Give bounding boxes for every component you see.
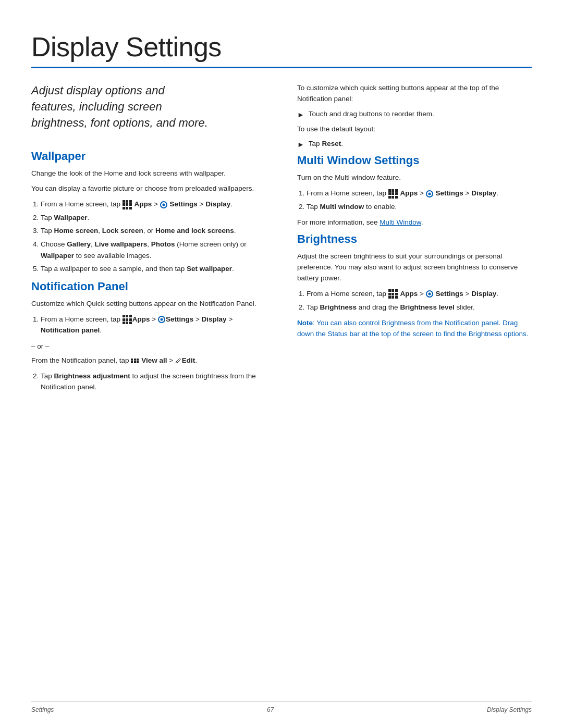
brightness-title: Brightness (297, 232, 532, 246)
settings-icon-b1 (426, 290, 433, 298)
title-rule (31, 67, 532, 68)
wallpaper-step-1: From a Home screen, tap Apps > Settings … (41, 199, 266, 210)
footer: Settings 67 Display Settings (31, 701, 532, 713)
np-arrow1-text: Touch and drag buttons to reorder them. (309, 109, 434, 120)
wallpaper-section: Wallpaper Change the look of the Home an… (31, 150, 266, 274)
right-column: To customize which quick setting buttons… (297, 83, 532, 398)
arrow-icon-2: ► (297, 139, 304, 151)
notification-panel-cont: To customize which quick setting buttons… (297, 83, 532, 151)
notification-panel-or-para: From the Notification panel, tap View al… (31, 355, 266, 366)
settings-icon-w1 (160, 201, 167, 208)
multi-window-link[interactable]: Multi Window (380, 218, 421, 226)
apps-icon-w1 (123, 200, 132, 209)
wallpaper-step-2: Tap Wallpaper. (41, 212, 266, 224)
wallpaper-step-5: Tap a wallpaper to see a sample, and the… (41, 263, 266, 275)
multi-window-step-1: From a Home screen, tap Apps > Settings … (307, 188, 532, 199)
wallpaper-steps: From a Home screen, tap Apps > Settings … (41, 199, 266, 275)
apps-icon-b1 (388, 289, 398, 299)
notification-panel-para1: Customize which Quick setting buttons ap… (31, 299, 266, 310)
multi-window-steps: From a Home screen, tap Apps > Settings … (307, 188, 532, 212)
footer-left: Settings (31, 706, 54, 713)
np-arrow1: ► Touch and drag buttons to reorder them… (297, 109, 532, 121)
or-line: – or – (31, 341, 266, 352)
np-arrow2-text: Tap Reset. (309, 139, 343, 150)
brightness-para1: Adjust the screen brightness to suit you… (297, 251, 532, 284)
footer-right: Display Settings (487, 706, 532, 713)
two-column-layout: Adjust display options and features, inc… (31, 83, 532, 398)
brightness-steps: From a Home screen, tap Apps > Settings … (307, 288, 532, 313)
brightness-step-1: From a Home screen, tap Apps > Settings … (307, 288, 532, 300)
arrow-icon-1: ► (297, 109, 304, 121)
multi-window-para1: Turn on the Multi window feature. (297, 172, 532, 183)
notification-panel-steps: From a Home screen, tap Apps > Settings … (41, 314, 266, 336)
apps-icon-mw1 (388, 189, 398, 199)
brightness-note: Note: You can also control Brightness fr… (297, 318, 532, 340)
footer-center: 67 (267, 706, 274, 713)
notification-panel-section: Notification Panel Customize which Quick… (31, 280, 266, 393)
left-column: Adjust display options and features, inc… (31, 83, 266, 398)
edit-icon (175, 357, 181, 364)
intro-text: Adjust display options and features, inc… (31, 83, 209, 131)
notification-panel-steps-2: Tap Brightness adjustment to adjust the … (41, 371, 266, 393)
np-arrow2: ► Tap Reset. (297, 139, 532, 151)
page-title: Display Settings (31, 31, 532, 63)
wallpaper-para2: You can display a favorite picture or ch… (31, 183, 266, 194)
multi-window-title: Multi Window Settings (297, 154, 532, 167)
np-cont-para2: To use the default layout: (297, 124, 532, 135)
settings-icon-mw1 (426, 190, 433, 198)
notification-panel-step-1: From a Home screen, tap Apps > Settings … (41, 314, 266, 336)
apps-icon-np1 (123, 315, 132, 324)
wallpaper-step-4: Choose Gallery, Live wallpapers, Photos … (41, 239, 266, 261)
brightness-step-2: Tap Brightness and drag the Brightness l… (307, 302, 532, 313)
notification-panel-title: Notification Panel (31, 280, 266, 293)
page: Display Settings Adjust display options … (0, 0, 563, 728)
multi-window-para2: For more information, see Multi Window. (297, 217, 532, 228)
np-cont-para1: To customize which quick setting buttons… (297, 83, 532, 105)
brightness-section: Brightness Adjust the screen brightness … (297, 232, 532, 340)
settings-icon-np1 (158, 316, 165, 323)
multi-window-step-2: Tap Multi window to enable. (307, 201, 532, 213)
wallpaper-step-3: Tap Home screen, Lock screen, or Home an… (41, 225, 266, 237)
viewall-icon (131, 359, 139, 364)
notification-panel-step-2: Tap Brightness adjustment to adjust the … (41, 371, 266, 393)
wallpaper-section-title: Wallpaper (31, 150, 266, 163)
multi-window-section: Multi Window Settings Turn on the Multi … (297, 154, 532, 228)
wallpaper-para1: Change the look of the Home and lock scr… (31, 168, 266, 179)
